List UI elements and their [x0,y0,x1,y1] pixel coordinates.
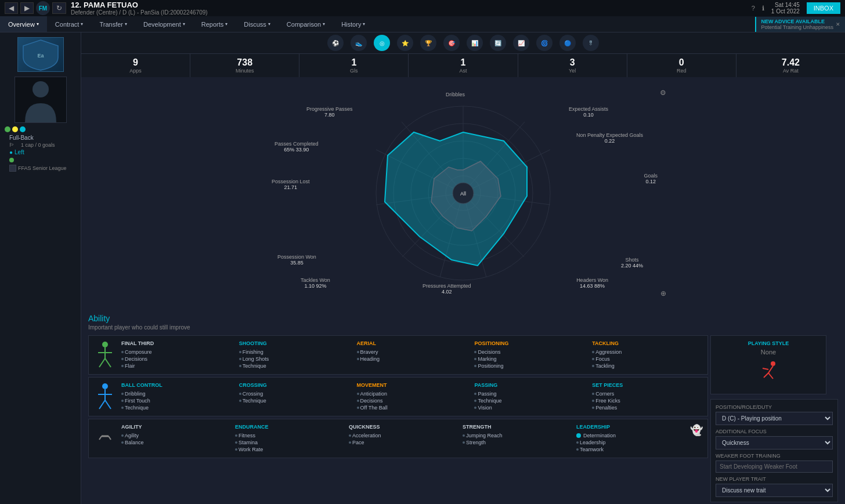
stat-minutes: 738 Minutes [190,54,299,77]
ability-panel-2: BALL CONTROL Dribbling First Touch Techn… [88,377,708,416]
green-dot-status [9,158,76,162]
nav-contract[interactable]: Contract▾ [47,16,92,32]
ability-panel-1: FINAL THIRD Composure Decisions Flair SH… [88,335,708,375]
weaker-foot-input[interactable] [716,461,833,473]
caps-info: 1 cap / 0 goals [21,142,55,148]
player-number: 12. [71,1,81,9]
ability-panel-3: AGILITY Agility Balance ENDURANCE Fitnes… [88,419,708,458]
stat-icon-2[interactable]: 👟 [351,35,367,51]
nav-discuss[interactable]: Discuss▾ [236,16,279,32]
radar-expand-icon[interactable]: ⊕ [660,289,666,298]
radar-container: All Dribbles Expected Assists0.10 Non Pe… [260,89,666,298]
skill-acceleration: Acceleration [349,432,456,439]
advice-bar[interactable]: NEW ADVICE AVAILABLE Potential Training … [755,17,845,32]
weaker-foot-label: WEAKER FOOT TRAINING [716,453,833,459]
skill-tackling-item: Tackling [592,362,703,369]
back-button[interactable]: ◀ [5,2,18,14]
skill-header-set-pieces: SET PIECES [592,382,703,388]
stat-icon-6[interactable]: 📊 [467,35,483,51]
refresh-button[interactable]: ↻ [52,2,66,14]
stats-values-row: 9 Apps 738 Minutes 1 Gls 1 Ast 3 Yel 0 R… [81,53,845,77]
skill-header-aerial: AERIAL [357,340,468,346]
help-icon[interactable]: ? [752,5,755,12]
top-bar: ◀ ▶ FM ↻ 12. PAMA FETUAO Defender (Centr… [0,0,845,16]
radar-label-prog-passes: Progressive Passes7.80 [306,106,353,118]
nav-overview[interactable]: Overview▾ [0,16,47,32]
skill-determination: Determination [576,432,683,439]
skill-crossing: CROSSING Crossing Technique [239,382,350,411]
nav-reports[interactable]: Reports▾ [193,16,236,32]
skill-leadership-item: Leadership [576,439,683,446]
radar-settings-icon[interactable]: ⚙ [660,89,666,97]
forward-button[interactable]: ▶ [20,2,34,14]
skill-stamina: Stamina [235,439,342,446]
nav-history[interactable]: History▾ [333,16,373,32]
stat-apps: 9 Apps [81,54,190,77]
inbox-button[interactable]: INBOX [807,2,840,14]
svg-point-27 [102,383,108,389]
skill-set-pieces: SET PIECES Corners Free Kicks Penalties [592,382,703,411]
ability-subtitle: Important player who could still improve [88,324,838,331]
skill-positioning-item: Positioning [474,362,585,369]
attr-icon-1 [5,126,10,132]
skill-decisions-3: Decisions [357,397,468,404]
skill-header-agility: AGILITY [121,424,228,430]
stat-icon-8[interactable]: 📈 [513,35,529,51]
focus-select[interactable]: Quickness [716,436,833,449]
stat-icon-1[interactable]: ⚽ [327,35,344,51]
skill-pace: Pace [349,439,456,446]
stat-icon-10[interactable]: 🔵 [559,35,576,51]
skill-decisions-1: Decisions [121,356,232,362]
skill-strength: STRENGTH Jumping Reach Strength [463,424,569,453]
stat-avrat: 7.42 Av Rat [736,54,845,77]
skill-header-leadership: LEADERSHIP [576,424,683,430]
ability-grid: FINAL THIRD Composure Decisions Flair SH… [88,335,838,502]
stat-icon-5[interactable]: 🎯 [443,35,460,51]
player-title-area: 12. PAMA FETUAO Defender (Centre) / D (L… [71,1,208,16]
svg-text:Ea: Ea [37,53,44,59]
position-role-select[interactable]: D (C) - Playing position [716,412,833,425]
playing-style-header: PLAYING STYLE [716,340,821,346]
new-trait-select[interactable]: Discuss new trait [716,484,833,497]
panel-1-skills: FINAL THIRD Composure Decisions Flair SH… [121,340,703,369]
stat-icon-9[interactable]: 🌀 [536,35,552,51]
radar-label-passes: Passes Completed65% 33.90 [275,141,319,153]
skill-technique-4: Technique [474,397,585,404]
skill-header-strength: STRENGTH [463,424,569,430]
stat-icon-11[interactable]: 🎖 [583,35,599,51]
skill-aerial: AERIAL Bravery Heading [357,340,468,369]
radar-label-dribbles: Dribbles [446,92,465,97]
skill-marking: Marking [474,356,585,362]
svg-point-35 [771,361,775,366]
stat-icons-row: ⚽ 👟 ◎ ⭐ 🏆 🎯 📊 🔄 📈 🌀 🔵 🎖 [81,32,845,53]
skill-header-final-third: FINAL THIRD [121,340,232,346]
ability-right: PLAYING STYLE None [710,335,838,502]
stat-icon-7[interactable]: 🔄 [490,35,506,51]
stat-icon-4[interactable]: 🏆 [420,35,436,51]
skill-header-passing: PASSING [474,382,585,388]
nav-development[interactable]: Development▾ [135,16,193,32]
skill-jumping: Jumping Reach [463,432,569,439]
ability-title: Ability [88,314,838,323]
panel-3-skills: AGILITY Agility Balance ENDURANCE Fitnes… [121,424,683,453]
nav-bar: Overview▾ Contract▾ Transfer▾ Developmen… [0,16,845,32]
info-icon[interactable]: ℹ [762,5,764,12]
stat-icon-3[interactable]: ⭐ [397,35,413,51]
stat-gls: 1 Gls [299,54,409,77]
skill-agility: AGILITY Agility Balance [121,424,228,453]
skill-header-endurance: ENDURANCE [235,424,342,430]
panel-icon-1 [93,340,117,369]
stat-red: 0 Red [627,54,736,77]
position-role-label: POSITION/ROLE/DUTY [716,404,833,410]
stat-icon-active[interactable]: ◎ [374,35,390,51]
nav-comparison[interactable]: Comparison▾ [279,16,333,32]
focus-label: ADDITIONAL FOCUS [716,429,833,434]
svg-text:All: All [460,191,466,197]
nav-transfer[interactable]: Transfer▾ [91,16,135,32]
skill-first-touch: First Touch [121,397,232,404]
position-label: Full-Back [9,135,76,141]
player-avatar [15,77,67,123]
radar-label-headers: Headers Won14.63 88% [576,277,608,289]
skill-passing-item: Passing [474,390,585,397]
stat-yel: 3 Yel [518,54,627,77]
